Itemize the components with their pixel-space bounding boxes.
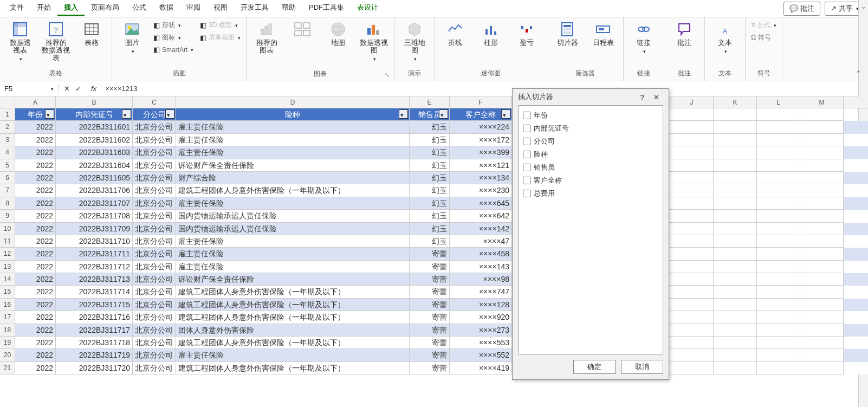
cell[interactable]: 2022 [15, 299, 56, 311]
cell[interactable]: 2022 [15, 159, 56, 172]
cell[interactable]: 建筑工程团体人身意外伤害保险（一年期及以下） [176, 311, 410, 324]
table-row[interactable]: 820222022BJ311707北京分公司雇主责任保险幻玉××××645 [0, 197, 868, 210]
3d-models-button[interactable]: ◧ 3D 模型 ▾ [198, 20, 243, 31]
cell[interactable]: 诉讼财产保全责任保险 [176, 273, 410, 286]
menu-插入[interactable]: 插入 [57, 1, 85, 16]
menu-公式[interactable]: 公式 [126, 1, 153, 16]
cell[interactable]: 寄蕾 [410, 349, 450, 361]
table-row[interactable]: 1220222022BJ311711北京分公司雇主责任保险寄蕾××××458 [0, 248, 868, 260]
cell[interactable]: 雇主责任保险 [176, 261, 410, 273]
cell[interactable]: 2022BJ311710 [56, 235, 133, 248]
cell[interactable]: ××××98 [450, 273, 512, 286]
menu-视图[interactable]: 视图 [207, 1, 234, 16]
cell[interactable]: 雇主责任保险 [176, 197, 410, 210]
cell[interactable]: 建筑工程团体人身意外伤害保险（一年期及以下） [176, 286, 410, 298]
row-header[interactable]: 13 [0, 261, 15, 273]
timeline-button[interactable]: 日程表 [586, 20, 620, 48]
row-header[interactable]: 1 [0, 108, 15, 121]
cell[interactable]: 幻玉 [410, 223, 450, 235]
smartart-button[interactable]: ◧ SmartArt ▾ [151, 44, 196, 55]
col-header-M[interactable]: M [800, 96, 844, 108]
filter-icon[interactable] [439, 109, 448, 119]
cell[interactable]: 2022BJ311605 [56, 172, 133, 184]
cell[interactable]: 北京分公司 [133, 286, 176, 298]
col-header-D[interactable]: D [176, 96, 410, 108]
cell[interactable]: 2022 [15, 121, 56, 133]
link-button[interactable]: 链接▾ [627, 20, 660, 56]
fx-icon[interactable]: fx [87, 85, 101, 93]
row-header[interactable]: 16 [0, 299, 15, 311]
cell[interactable]: 2022BJ311708 [56, 210, 133, 222]
cell[interactable]: 2022BJ311719 [56, 349, 133, 361]
slicer-field-list[interactable]: 年份内部凭证号分公司险种销售员客户全称总费用 [518, 105, 663, 354]
cell[interactable]: 北京分公司 [133, 197, 176, 210]
cell[interactable]: 2022BJ311709 [56, 223, 133, 235]
cell[interactable]: 2022BJ311601 [56, 121, 133, 133]
row-header[interactable]: 8 [0, 197, 15, 210]
table-row[interactable]: 1520222022BJ311714北京分公司建筑工程团体人身意外伤害保险（一年… [0, 286, 868, 298]
cell[interactable]: 寄蕾 [410, 299, 450, 311]
cell[interactable]: 2022BJ311603 [56, 146, 133, 159]
cell[interactable]: 2022 [15, 210, 56, 222]
col-header-J[interactable]: J [670, 96, 714, 108]
cell[interactable]: ××××920 [450, 311, 512, 324]
slicer-field-checkbox[interactable]: 险种 [522, 148, 659, 161]
table-header[interactable]: 内部凭证号 [56, 108, 133, 121]
filter-icon[interactable] [165, 109, 174, 119]
cell[interactable]: 寄蕾 [410, 286, 450, 298]
cell[interactable]: ××××134 [450, 172, 512, 184]
slicer-field-checkbox[interactable]: 总费用 [522, 187, 659, 200]
cell[interactable]: 雇主责任保险 [176, 121, 410, 133]
3d-map-button[interactable]: 三维地 图▾ [398, 20, 431, 64]
cell[interactable]: 诉讼财产保全责任保险 [176, 159, 410, 172]
slicer-field-checkbox[interactable]: 销售员 [522, 161, 659, 174]
slicer-field-checkbox[interactable]: 客户全称 [522, 174, 659, 187]
cell[interactable]: 2022 [15, 197, 56, 210]
charts-gallery-button[interactable] [286, 20, 319, 40]
table-row[interactable]: 1920222022BJ311718北京分公司建筑工程团体人身意外伤害保险（一年… [0, 337, 868, 349]
cell[interactable]: 团体人身意外伤害保险 [176, 324, 410, 337]
table-row[interactable]: 720222022BJ311706北京分公司建筑工程团体人身意外伤害保险（一年期… [0, 184, 868, 197]
cell[interactable]: 寄蕾 [410, 324, 450, 337]
cell[interactable]: 幻玉 [410, 134, 450, 146]
cell[interactable]: 2022 [15, 286, 56, 298]
cell[interactable]: ××××645 [450, 197, 512, 210]
cell[interactable]: 雇主责任保险 [176, 248, 410, 260]
comments-button[interactable]: 💬批注 [783, 2, 820, 16]
cell[interactable]: 2022BJ311711 [56, 248, 133, 260]
dialog-launcher-icon[interactable]: ⤡ [385, 72, 390, 79]
cancel-formula-icon[interactable]: ✕ [64, 85, 70, 93]
table-header[interactable]: 客户全称 [450, 108, 512, 121]
sparkline-col-button[interactable]: 柱形 [474, 20, 508, 48]
cell[interactable]: 雇主责任保险 [176, 349, 410, 361]
cell[interactable]: 北京分公司 [133, 349, 176, 361]
symbol-button[interactable]: Ω 符号 [749, 32, 779, 43]
sparkline-wl-button[interactable]: 盈亏 [510, 20, 543, 48]
cell[interactable]: 2022 [15, 273, 56, 286]
cell[interactable]: ××××419 [450, 362, 512, 374]
cell[interactable]: 2022 [15, 324, 56, 337]
comment-button[interactable]: 批注 [668, 20, 701, 48]
shapes-button[interactable]: ◧ 形状 ▾ [151, 20, 196, 31]
row-header[interactable]: 19 [0, 337, 15, 349]
slicer-field-checkbox[interactable]: 分公司 [522, 135, 659, 148]
maps-button[interactable]: 地图 [321, 20, 355, 48]
row-header[interactable]: 7 [0, 184, 15, 197]
cell[interactable]: ××××747 [450, 286, 512, 298]
cell[interactable]: 幻玉 [410, 197, 450, 210]
cell[interactable]: 寄蕾 [410, 273, 450, 286]
cell[interactable]: 幻玉 [410, 172, 450, 184]
cell[interactable]: 2022 [15, 223, 56, 235]
cell[interactable]: 2022 [15, 261, 56, 273]
cell[interactable]: 2022 [15, 134, 56, 146]
table-row[interactable]: 2120222022BJ311720北京分公司建筑工程团体人身意外伤害保险（一年… [0, 362, 868, 374]
table-row[interactable]: 420222022BJ311603北京分公司雇主责任保险幻玉××××399 [0, 146, 868, 159]
cell[interactable]: 雇主责任保险 [176, 134, 410, 146]
cell[interactable]: 北京分公司 [133, 172, 176, 184]
menu-审阅[interactable]: 审阅 [180, 1, 207, 16]
table-header[interactable]: 销售员 [410, 108, 450, 121]
cell[interactable]: 2022BJ311604 [56, 159, 133, 172]
rec-charts-button[interactable]: 推荐的 图表 [250, 20, 283, 55]
row-header[interactable]: 4 [0, 146, 15, 159]
ok-button[interactable]: 确定 [573, 360, 616, 374]
